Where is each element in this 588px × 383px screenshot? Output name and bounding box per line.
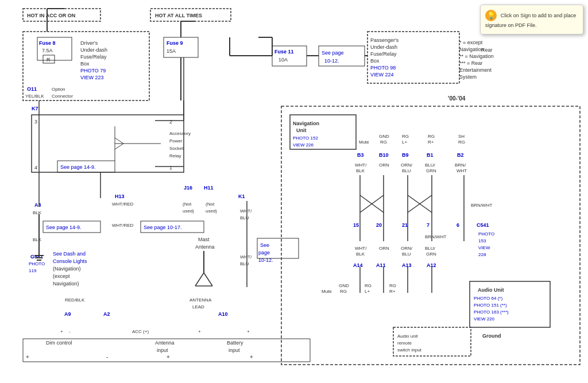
- svg-text:PHOTO 151 (**): PHOTO 151 (**): [474, 303, 507, 308]
- diagram-container: HOT IN ACC OR ON HOT AT ALL TIMES Fuse 8…: [0, 0, 588, 383]
- svg-text:Antenna: Antenna: [195, 244, 215, 250]
- svg-text:+: +: [247, 329, 250, 334]
- svg-text:(Not: (Not: [183, 202, 192, 207]
- svg-text:LEAD: LEAD: [192, 304, 204, 310]
- svg-text:Fuse 8: Fuse 8: [39, 40, 56, 46]
- svg-text:Under-dash: Under-dash: [80, 47, 107, 53]
- svg-text:Option: Option: [52, 87, 65, 92]
- svg-text:Navigation: Navigation: [293, 121, 319, 126]
- svg-text:Power: Power: [169, 138, 183, 144]
- svg-text:PHOTO 163 (***): PHOTO 163 (***): [474, 310, 509, 315]
- svg-text:R+: R+: [428, 140, 434, 145]
- svg-text:RED/BLK: RED/BLK: [65, 297, 85, 303]
- svg-text:WHT/: WHT/: [240, 254, 252, 260]
- svg-text:ORN/: ORN/: [401, 163, 413, 168]
- svg-text:(Not: (Not: [206, 202, 215, 207]
- svg-text:HOT IN ACC OR ON: HOT IN ACC OR ON: [27, 13, 75, 18]
- svg-text:Box: Box: [80, 61, 90, 67]
- svg-text:GRN: GRN: [426, 168, 436, 173]
- svg-text:switch input: switch input: [397, 347, 422, 353]
- svg-text:A11: A11: [376, 262, 386, 268]
- svg-text:7: 7: [427, 222, 430, 228]
- svg-text:WHT: WHT: [457, 168, 467, 173]
- svg-text:input: input: [229, 347, 240, 353]
- svg-text:A2: A2: [103, 311, 110, 317]
- svg-text:page: page: [258, 250, 270, 256]
- svg-text:RG: RG: [428, 134, 435, 139]
- svg-text:+: +: [167, 354, 170, 360]
- svg-text:BLK: BLK: [356, 168, 365, 173]
- svg-text:Console Lights: Console Lights: [53, 258, 87, 264]
- svg-text:Ground: Ground: [482, 333, 501, 339]
- svg-text:+: +: [60, 329, 63, 334]
- svg-text:HOT AT ALL TIMES: HOT AT ALL TIMES: [155, 13, 202, 18]
- svg-text:10-12.: 10-12.: [258, 257, 273, 263]
- svg-text:15A: 15A: [167, 48, 176, 54]
- svg-text:BLU/: BLU/: [425, 246, 436, 251]
- svg-text:BLU: BLU: [240, 261, 249, 266]
- svg-text:used): used): [206, 208, 217, 214]
- svg-text:VIEW: VIEW: [478, 245, 490, 250]
- svg-text:WHT/: WHT/: [240, 208, 252, 214]
- svg-text:VIEW 220: VIEW 220: [474, 316, 495, 322]
- svg-text:ORN: ORN: [379, 163, 389, 168]
- svg-text:ORN: ORN: [379, 246, 389, 251]
- svg-text:-: -: [106, 354, 108, 360]
- svg-text:Audio Unit: Audio Unit: [478, 287, 504, 293]
- svg-text:WHT/: WHT/: [355, 246, 367, 251]
- svg-text:20: 20: [376, 222, 382, 228]
- svg-text:153: 153: [478, 238, 486, 243]
- svg-text:B2: B2: [457, 152, 464, 158]
- svg-text:See page: See page: [322, 50, 344, 56]
- svg-text:PHOTO 152: PHOTO 152: [293, 136, 318, 141]
- svg-text:C541: C541: [477, 222, 489, 228]
- svg-text:Battery: Battery: [227, 340, 243, 346]
- svg-text:BLK: BLK: [356, 252, 365, 257]
- svg-text:B9: B9: [402, 152, 409, 158]
- svg-text:+: +: [26, 354, 29, 360]
- svg-text:Passenger's: Passenger's: [370, 37, 399, 43]
- svg-text:10A: 10A: [278, 57, 288, 63]
- svg-text:+: +: [250, 354, 253, 360]
- svg-text:J16: J16: [184, 185, 192, 191]
- svg-text:Audio unit: Audio unit: [397, 334, 418, 339]
- svg-text:Navigation): Navigation): [53, 281, 79, 287]
- svg-text:WHT/RED: WHT/RED: [112, 223, 134, 228]
- svg-text:A3: A3: [34, 202, 41, 208]
- svg-text:Driver's: Driver's: [80, 40, 98, 46]
- svg-text:(Navigation): (Navigation): [53, 266, 81, 272]
- svg-text:PHOTO 79: PHOTO 79: [80, 68, 106, 73]
- tooltip-text: Click on Sign to add to and place signat…: [485, 13, 576, 28]
- svg-text:BRN/: BRN/: [455, 163, 466, 168]
- svg-text:Entertainment: Entertainment: [459, 67, 492, 73]
- svg-text:RG: RG: [365, 283, 372, 288]
- svg-text:Mute: Mute: [322, 289, 332, 294]
- svg-text:See page 10-17.: See page 10-17.: [144, 225, 182, 230]
- svg-text:RG: RG: [380, 140, 387, 145]
- svg-text:Under-dash: Under-dash: [370, 44, 397, 50]
- svg-text:Fuse 11: Fuse 11: [274, 49, 294, 55]
- svg-text:BLK: BLK: [33, 210, 42, 215]
- svg-text:7.5A: 7.5A: [42, 48, 53, 53]
- svg-text:10-12.: 10-12.: [324, 58, 339, 64]
- svg-text:System: System: [459, 74, 477, 80]
- svg-text:O11: O11: [27, 86, 37, 92]
- svg-text:K1: K1: [238, 194, 245, 199]
- svg-text:Relay: Relay: [169, 153, 181, 158]
- svg-text:3: 3: [34, 119, 37, 125]
- svg-text:A14: A14: [353, 262, 363, 268]
- svg-text:'00-'04: '00-'04: [448, 95, 466, 102]
- svg-text:A13: A13: [402, 262, 412, 268]
- svg-text:Fuse/Relay: Fuse/Relay: [370, 51, 397, 57]
- svg-text:-: -: [69, 329, 71, 334]
- svg-text:RG: RG: [402, 134, 409, 139]
- svg-text:ANTENNA: ANTENNA: [189, 297, 212, 303]
- svg-text:RG: RG: [340, 289, 347, 294]
- svg-text:B1: B1: [427, 152, 434, 158]
- svg-text:See Dash and: See Dash and: [53, 251, 86, 257]
- svg-text:BLU: BLU: [402, 252, 411, 257]
- tooltip-popup[interactable]: 💡 Click on Sign to add to and place sign…: [480, 5, 583, 34]
- svg-text:VIEW 223: VIEW 223: [80, 75, 104, 80]
- svg-text:See page 14-9.: See page 14-9.: [60, 164, 96, 170]
- svg-text:** = Navigation: ** = Navigation: [459, 53, 494, 59]
